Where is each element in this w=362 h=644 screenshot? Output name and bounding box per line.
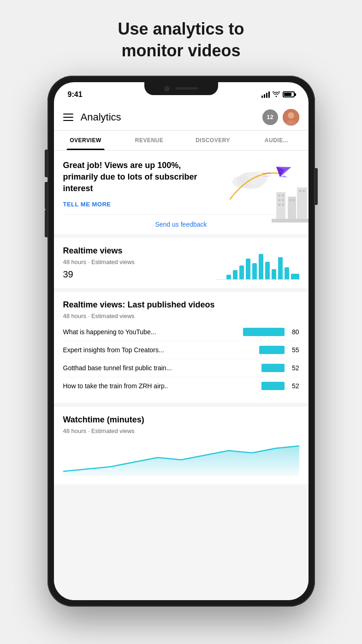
realtime-subtitle: 48 hours · Estimated views [63, 259, 135, 265]
realtime-title: Realtime views [63, 246, 135, 256]
chart-bar [252, 263, 257, 279]
menu-icon[interactable] [63, 114, 73, 121]
video-row-3: Gotthad base tunnel first public train..… [63, 359, 299, 377]
svg-rect-8 [278, 199, 280, 201]
promo-title: Use analytics tomonitor videos [9, 18, 353, 62]
status-time: 9:41 [68, 90, 83, 99]
chart-bar [278, 257, 283, 279]
svg-rect-7 [282, 194, 284, 197]
app-header: Analytics 12 [54, 102, 309, 130]
signal-icon [261, 91, 270, 98]
feedback-link[interactable]: Send us feedback [155, 221, 207, 228]
scroll-content: Great job! Views are up 100%, primarily … [54, 150, 309, 600]
status-icons [261, 91, 295, 98]
watchtime-chart [63, 439, 299, 476]
video-count-1: 80 [288, 328, 299, 336]
svg-rect-12 [290, 199, 292, 201]
svg-point-1 [288, 112, 294, 119]
svg-rect-10 [278, 204, 280, 206]
svg-rect-13 [293, 199, 295, 201]
watchtime-subtitle: 48 hours · Estimated views [63, 427, 299, 434]
chart-baseline [216, 279, 299, 280]
video-count-4: 52 [288, 382, 299, 390]
published-videos-card: Realtime views: Last published videos 48… [54, 292, 309, 403]
tab-overview[interactable]: OVERVIEW [54, 131, 118, 150]
insight-text: Great job! Views are up 100%, primarily … [63, 160, 217, 195]
wifi-icon [273, 91, 280, 98]
realtime-views-card: Realtime views 48 hours · Estimated view… [54, 238, 309, 288]
video-title-2: Expert insights from Top Creators... [63, 346, 255, 354]
phone-screen: 9:41 [54, 82, 309, 600]
realtime-info: Realtime views 48 hours · Estimated view… [63, 246, 135, 280]
published-subtitle: 48 hours · Estimated views [63, 313, 299, 319]
insight-card: Great job! Views are up 100%, primarily … [54, 150, 309, 235]
header-title: Analytics [81, 111, 121, 123]
svg-rect-14 [299, 190, 301, 192]
chart-bar [291, 274, 299, 279]
chart-bar [233, 270, 237, 279]
video-bar-wrap-3: 52 [261, 364, 299, 372]
svg-rect-9 [282, 199, 284, 201]
chart-bar [226, 275, 231, 279]
phone-notch [144, 82, 218, 95]
tab-revenue[interactable]: REVENUE [118, 131, 181, 150]
video-bar-wrap-2: 55 [259, 346, 299, 354]
app-content: Analytics 12 OVERVIEW [54, 102, 309, 600]
realtime-count: 39 [63, 269, 135, 280]
header-right: 12 [262, 109, 299, 126]
tabs-container: OVERVIEW REVENUE DISCOVERY AUDIE... [54, 131, 309, 150]
svg-rect-15 [303, 190, 305, 192]
video-bar-3 [261, 364, 285, 372]
video-bar-wrap-4: 52 [261, 382, 299, 390]
video-bar-2 [259, 346, 285, 354]
chart-bar [285, 267, 289, 279]
header-left: Analytics [63, 111, 121, 123]
insight-illustration [216, 155, 309, 224]
chart-bar [246, 259, 250, 279]
published-title: Realtime views: Last published videos [63, 300, 299, 310]
chart-bar [265, 262, 270, 279]
chart-bar [239, 265, 244, 279]
notification-badge[interactable]: 12 [262, 109, 278, 125]
speaker [175, 87, 198, 90]
chart-bar [259, 254, 263, 279]
video-row-4: How to take the train from ZRH airp.. 52 [63, 377, 299, 395]
video-row-2: Expert insights from Top Creators... 55 [63, 341, 299, 359]
video-title-4: How to take the train from ZRH airp.. [63, 382, 257, 390]
phone-mockup: 9:41 [47, 76, 315, 607]
front-camera [164, 86, 170, 91]
watchtime-title: Watchtime (minutes) [63, 415, 299, 425]
video-bar-wrap-1: 80 [243, 328, 299, 336]
battery-icon [283, 91, 295, 97]
video-bar-1 [243, 328, 285, 336]
page-promo-header: Use analytics tomonitor videos [0, 0, 362, 71]
svg-rect-16 [272, 219, 309, 223]
svg-rect-11 [282, 204, 284, 206]
video-title-3: Gotthad base tunnel first public train..… [63, 364, 257, 372]
watchtime-card: Watchtime (minutes) 48 hours · Estimated… [54, 407, 309, 484]
video-row-1: What is happening to YouTube... 80 [63, 323, 299, 341]
video-count-3: 52 [288, 364, 299, 372]
video-bar-4 [261, 382, 285, 390]
tab-discovery[interactable]: DISCOVERY [181, 131, 245, 150]
video-title-1: What is happening to YouTube... [63, 328, 238, 336]
avatar[interactable] [283, 109, 299, 126]
video-count-2: 55 [288, 346, 299, 354]
svg-rect-5 [297, 187, 307, 220]
realtime-chart [226, 252, 299, 279]
chart-bar [272, 269, 276, 279]
svg-rect-6 [278, 194, 280, 197]
realtime-chart-row: Realtime views 48 hours · Estimated view… [63, 246, 299, 280]
tab-audience[interactable]: AUDIE... [245, 131, 309, 150]
